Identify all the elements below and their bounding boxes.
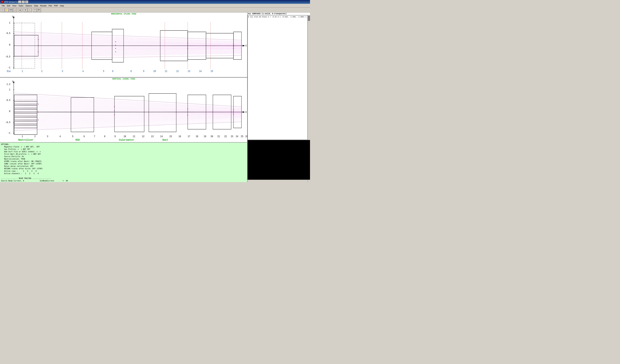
svg-point-179	[114, 106, 115, 107]
svg-text:21: 21	[217, 135, 220, 138]
svg-text:8: 8	[104, 135, 105, 138]
menu-options[interactable]: Options	[24, 4, 33, 7]
svg-rect-146	[14, 125, 37, 128]
menu-results[interactable]: Results	[39, 4, 48, 7]
svg-line-168	[14, 116, 241, 123]
surfaces-panel[interactable]: 0 {1} Area GG Plane X = -0.01 m ( -0.010…	[248, 15, 308, 140]
svg-text:RID: RID	[76, 138, 80, 141]
svg-text:19: 19	[204, 135, 206, 138]
tb-f[interactable]: F	[24, 8, 27, 12]
svg-text:Calorimeter: Calorimeter	[119, 138, 134, 141]
menu-data[interactable]: Data	[33, 4, 39, 7]
surfaces-scrollbar[interactable]	[308, 15, 310, 140]
menu-view[interactable]: View	[11, 4, 17, 7]
svg-text:1: 1	[22, 135, 23, 138]
tb-help1[interactable]: ?	[33, 8, 37, 12]
svg-rect-141	[14, 106, 37, 108]
svg-point-184	[187, 115, 188, 116]
svg-text:20: 20	[211, 135, 213, 138]
vertical-view-canvas: 1.2 1 0.5 0 -0.5 -1 1 2 3 4	[0, 80, 247, 141]
svg-text:11: 11	[133, 135, 135, 138]
svg-line-149	[14, 97, 241, 109]
tb-help2[interactable]: R?	[37, 8, 41, 12]
svg-point-185	[233, 110, 234, 110]
tb-stop[interactable]: ✕	[28, 8, 31, 12]
tb-save[interactable]: 💾	[9, 8, 13, 12]
menu-edit[interactable]: Edit	[6, 4, 11, 7]
svg-marker-3	[13, 16, 15, 18]
svg-line-70	[14, 51, 241, 54]
menu-tasks[interactable]: Tasks	[17, 4, 24, 7]
svg-text:Y: Y	[12, 15, 13, 18]
svg-text:-0.5: -0.5	[5, 121, 10, 124]
svg-text:1: 1	[9, 21, 10, 24]
svg-text:0.5: 0.5	[7, 99, 10, 102]
svg-point-87	[233, 44, 234, 45]
svg-point-187	[233, 114, 234, 115]
title-icon: B	[1, 1, 3, 3]
svg-text:Neutralizer: Neutralizer	[18, 138, 33, 141]
main-layout: HORIZONTAL (PLAN) VIEW 1 0.5	[0, 13, 310, 182]
svg-text:14: 14	[160, 135, 163, 138]
svg-point-80	[115, 42, 116, 42]
svg-text:9: 9	[143, 70, 144, 73]
svg-line-165	[14, 115, 241, 119]
svg-text:13: 13	[188, 70, 190, 73]
svg-point-177	[38, 112, 39, 113]
svg-line-162	[14, 114, 241, 115]
svg-point-181	[114, 114, 115, 115]
svg-text:Y: Y	[12, 80, 13, 83]
svg-line-173	[14, 121, 241, 129]
svg-text:10: 10	[153, 70, 156, 73]
svg-text:2: 2	[41, 70, 43, 73]
menu-file[interactable]: File	[1, 4, 6, 7]
svg-line-169	[14, 117, 241, 124]
svg-text:5: 5	[103, 70, 104, 73]
info-scrollbar[interactable]	[308, 180, 310, 182]
menu-help[interactable]: Help	[59, 4, 65, 7]
svg-text:15: 15	[169, 135, 172, 138]
tb-run[interactable]: ▶	[18, 8, 22, 12]
svg-line-56	[14, 42, 241, 46]
svg-line-175	[14, 122, 241, 131]
svg-marker-92	[243, 111, 245, 113]
svg-point-78	[38, 45, 39, 46]
svg-text:Duct: Duct	[163, 138, 168, 141]
vertical-view-svg: 1.2 1 0.5 0 -0.5 -1 1 2 3 4	[0, 80, 247, 141]
svg-text:1: 1	[22, 70, 23, 73]
svg-line-52	[14, 39, 241, 45]
svg-text:17: 17	[188, 135, 190, 138]
svg-text:1: 1	[9, 88, 10, 91]
close-button[interactable]: ✕	[25, 0, 28, 3]
svg-text:8: 8	[130, 70, 132, 73]
horizontal-view-canvas: 1 0.5 0 -0.5 -1 Dia 1 2 3 4	[0, 15, 247, 76]
svg-point-79	[38, 51, 39, 52]
svg-text:7: 7	[94, 135, 95, 138]
right-panel: ALL SURFACES (1-solid, 0-transparent) 0 …	[248, 13, 310, 182]
svg-line-163	[14, 114, 241, 116]
tb-undo[interactable]: ↩	[13, 8, 17, 12]
svg-text:4: 4	[60, 135, 61, 138]
svg-text:15: 15	[211, 70, 213, 73]
minimize-button[interactable]: _	[18, 0, 21, 3]
tb-open[interactable]: 📂	[5, 8, 9, 12]
svg-text:0: 0	[9, 44, 10, 46]
svg-point-178	[38, 120, 39, 121]
maximize-button[interactable]: □	[22, 0, 25, 3]
menu-plot[interactable]: Plot	[47, 4, 53, 7]
svg-line-45	[14, 33, 241, 42]
svg-text:10: 10	[124, 135, 126, 138]
svg-line-53	[14, 40, 241, 45]
svg-point-176	[38, 104, 39, 105]
svg-point-183	[187, 112, 188, 113]
svg-line-155	[14, 106, 241, 112]
surfaces-title: ALL SURFACES (1-solid, 0-transparent)	[248, 13, 310, 15]
vertical-view-title: VERTICAL (SIDE) VIEW	[0, 77, 247, 80]
svg-point-83	[115, 51, 116, 52]
menu-pdp[interactable]: PDP	[53, 4, 59, 7]
horizontal-view-svg: 1 0.5 0 -0.5 -1 Dia 1 2 3 4	[0, 15, 247, 76]
menubar: File Edit View Tasks Options Data Result…	[0, 4, 310, 8]
svg-line-174	[14, 93, 241, 107]
tb-new[interactable]: □	[1, 8, 4, 12]
svg-point-81	[115, 45, 116, 46]
